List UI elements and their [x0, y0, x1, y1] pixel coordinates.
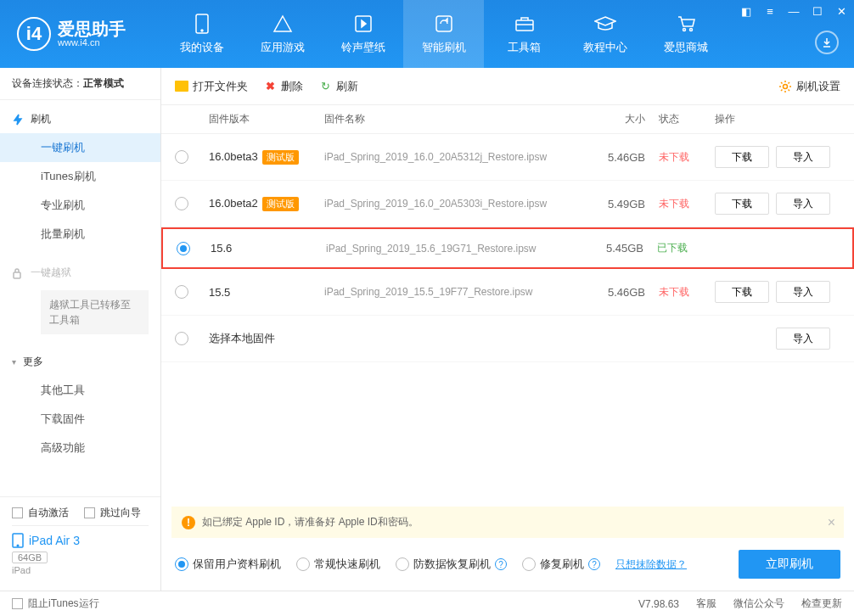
sidebar-item-other[interactable]: 其他工具: [0, 376, 160, 405]
row-radio[interactable]: [177, 242, 190, 255]
app-header: i4 爱思助手 www.i4.cn 我的设备 应用游戏 铃声壁纸 智能刷机 工具…: [0, 0, 854, 68]
refresh-icon: ↻: [318, 80, 332, 93]
skip-guide-label: 跳过向导: [100, 506, 141, 520]
table-row[interactable]: 15.5 iPad_Spring_2019_15.5_19F77_Restore…: [161, 269, 854, 316]
refresh-button[interactable]: ↻ 刷新: [318, 79, 358, 94]
opt-normal[interactable]: 常规快速刷机: [296, 557, 380, 572]
col-ops: 操作: [705, 112, 840, 126]
col-name: 固件名称: [324, 112, 586, 126]
maximize-icon[interactable]: ☐: [810, 3, 825, 19]
graduation-icon: [594, 13, 616, 35]
import-button[interactable]: 导入: [776, 328, 830, 350]
app-logo-icon: i4: [17, 17, 51, 51]
open-folder-button[interactable]: 打开文件夹: [175, 79, 248, 94]
menu-icon[interactable]: ≡: [762, 3, 778, 19]
tab-store[interactable]: 爱思商城: [645, 0, 726, 68]
customer-service[interactable]: 客服: [696, 596, 716, 611]
import-button[interactable]: 导入: [776, 281, 830, 303]
flash-options-bar: 保留用户资料刷机 常规快速刷机 防数据恢复刷机? 修复刷机? 只想抹除数据？ 立…: [161, 538, 854, 591]
app-title: 爱思助手: [58, 20, 126, 37]
phone-icon: [191, 13, 213, 35]
svg-rect-7: [14, 272, 20, 278]
sidebar-item-batch[interactable]: 批量刷机: [0, 220, 160, 249]
opt-anti-recovery[interactable]: 防数据恢复刷机?: [396, 557, 507, 572]
close-icon[interactable]: ✕: [834, 3, 849, 19]
chevron-down-icon: ▾: [12, 357, 16, 367]
close-warning-icon[interactable]: ×: [828, 515, 835, 530]
tab-my-device[interactable]: 我的设备: [161, 0, 242, 68]
beta-badge: 测试版: [262, 197, 299, 211]
svg-rect-4: [516, 20, 533, 31]
warning-icon: !: [182, 516, 195, 529]
tablet-icon: [12, 533, 24, 548]
row-radio[interactable]: [175, 150, 188, 164]
svg-rect-3: [436, 16, 452, 31]
sidebar-item-download-fw[interactable]: 下载固件: [0, 405, 160, 434]
firmware-table: 16.0beta3测试版 iPad_Spring_2019_16.0_20A53…: [161, 134, 854, 362]
import-button[interactable]: 导入: [776, 146, 830, 168]
table-row-selected[interactable]: 15.6 iPad_Spring_2019_15.6_19G71_Restore…: [161, 227, 854, 269]
footer: 阻止iTunes运行 V7.98.63 客服 微信公众号 检查更新: [0, 591, 854, 616]
warning-text: 如已绑定 Apple ID，请准备好 Apple ID和密码。: [202, 515, 419, 529]
minimize-icon[interactable]: —: [786, 3, 801, 19]
sidebar-item-oneclick[interactable]: 一键刷机: [0, 133, 160, 162]
main-panel: 打开文件夹 ✖ 删除 ↻ 刷新 刷机设置 固件版本 固件名称 大小 状态: [161, 68, 854, 591]
col-version: 固件版本: [209, 112, 324, 126]
skin-icon[interactable]: ◧: [739, 3, 754, 19]
auto-activate-label: 自动激活: [28, 506, 69, 520]
sidebar-item-pro[interactable]: 专业刷机: [0, 191, 160, 220]
download-button[interactable]: 下载: [715, 281, 769, 303]
toolbar: 打开文件夹 ✖ 删除 ↻ 刷新 刷机设置: [161, 68, 854, 105]
help-icon[interactable]: ?: [495, 558, 507, 570]
table-header: 固件版本 固件名称 大小 状态 操作: [161, 105, 854, 134]
logo-area: i4 爱思助手 www.i4.cn: [0, 17, 161, 51]
cart-icon: [675, 13, 697, 35]
erase-data-link[interactable]: 只想抹除数据？: [615, 557, 687, 572]
jailbreak-note: 越狱工具已转移至工具箱: [41, 290, 149, 334]
svg-point-6: [689, 29, 692, 31]
flash-settings-button[interactable]: 刷机设置: [778, 79, 840, 94]
tab-apps[interactable]: 应用游戏: [242, 0, 323, 68]
sidebar-group-more[interactable]: ▾ 更多: [0, 348, 160, 376]
download-button[interactable]: 下载: [715, 146, 769, 168]
table-row[interactable]: 16.0beta3测试版 iPad_Spring_2019_16.0_20A53…: [161, 134, 854, 181]
toolbox-icon: [514, 13, 536, 35]
wechat-link[interactable]: 微信公众号: [733, 596, 784, 611]
table-row-local[interactable]: 选择本地固件 导入: [161, 316, 854, 362]
opt-keep-data[interactable]: 保留用户资料刷机: [175, 557, 281, 572]
col-status: 状态: [645, 112, 705, 126]
device-type: iPad: [12, 565, 149, 575]
svg-point-10: [784, 84, 788, 88]
check-update[interactable]: 检查更新: [801, 596, 842, 611]
tab-tutorials[interactable]: 教程中心: [565, 0, 645, 68]
tab-toolbox[interactable]: 工具箱: [484, 0, 565, 68]
download-circle-icon[interactable]: [815, 31, 839, 54]
skip-guide-checkbox[interactable]: [84, 507, 95, 518]
auto-activate-checkbox[interactable]: [12, 507, 23, 518]
delete-button[interactable]: ✖ 删除: [263, 79, 303, 94]
sidebar-item-advanced[interactable]: 高级功能: [0, 434, 160, 462]
block-itunes-checkbox[interactable]: [12, 598, 23, 609]
row-radio[interactable]: [175, 197, 188, 210]
tab-flash[interactable]: 智能刷机: [403, 0, 484, 68]
tab-ringtones[interactable]: 铃声壁纸: [323, 0, 403, 68]
flash-group-icon: [12, 114, 24, 126]
apps-icon: [272, 13, 294, 35]
sidebar-item-itunes[interactable]: iTunes刷机: [0, 162, 160, 191]
delete-icon: ✖: [263, 80, 277, 93]
download-button[interactable]: 下载: [715, 193, 769, 215]
help-icon[interactable]: ?: [588, 558, 600, 570]
sidebar-group-flash[interactable]: 刷机: [0, 105, 160, 133]
beta-badge: 测试版: [262, 150, 299, 165]
row-radio[interactable]: [175, 285, 188, 299]
opt-repair[interactable]: 修复刷机?: [522, 557, 600, 572]
sidebar-group-jailbreak[interactable]: 一键越狱: [0, 259, 160, 287]
row-radio[interactable]: [175, 332, 188, 345]
flash-now-button[interactable]: 立即刷机: [739, 550, 840, 579]
svg-point-9: [17, 545, 19, 546]
device-name[interactable]: iPad Air 3: [12, 533, 149, 548]
music-icon: [352, 13, 374, 35]
table-row[interactable]: 16.0beta2测试版 iPad_Spring_2019_16.0_20A53…: [161, 181, 854, 227]
import-button[interactable]: 导入: [776, 193, 830, 215]
window-controls: ◧ ≡ — ☐ ✕: [739, 3, 849, 19]
